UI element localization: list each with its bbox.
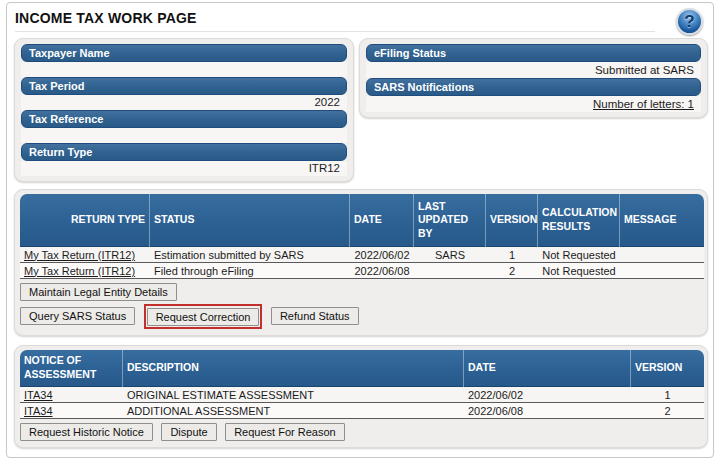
col-date: DATE xyxy=(350,194,414,247)
return-type-value: ITR12 xyxy=(21,161,347,176)
col-last-updated-by: LAST UPDATED BY xyxy=(414,194,486,247)
notice-date-cell: 2022/06/08 xyxy=(464,403,631,419)
my-tax-return-link[interactable]: My Tax Return (ITR12) xyxy=(24,249,135,261)
col-notice-date: DATE xyxy=(464,350,631,387)
maintain-legal-entity-details-button[interactable]: Maintain Legal Entity Details xyxy=(20,283,177,301)
tax-period-header: Tax Period xyxy=(21,77,347,95)
request-correction-button[interactable]: Request Correction xyxy=(147,308,260,326)
notices-table: NOTICE OF ASSESSMENT DESCRIPTION DATE VE… xyxy=(20,350,704,419)
message-cell xyxy=(620,263,704,279)
efiling-status-panel: eFiling Status Submitted at SARS SARS No… xyxy=(359,38,708,118)
table-row: ITA34 ORIGINAL ESTIMATE ASSESSMENT 2022/… xyxy=(20,387,704,403)
version-cell: 1 xyxy=(486,247,538,263)
taxpayer-info-panel: Taxpayer Name Tax Period 2022 Tax Refere… xyxy=(14,38,354,182)
table-row: ITA34 ADDITIONAL ASSESSMENT 2022/06/08 2 xyxy=(20,403,704,419)
table-row: My Tax Return (ITR12) Filed through eFil… xyxy=(20,263,704,279)
page-title: INCOME TAX WORK PAGE xyxy=(15,10,655,32)
col-version: VERSION xyxy=(486,194,538,247)
number-of-letters-link[interactable]: Number of letters: 1 xyxy=(593,98,694,110)
tax-reference-header: Tax Reference xyxy=(21,110,347,128)
dispute-button[interactable]: Dispute xyxy=(161,423,216,441)
help-icon[interactable]: ? xyxy=(676,8,703,35)
query-sars-status-button[interactable]: Query SARS Status xyxy=(20,307,135,325)
notice-date-cell: 2022/06/02 xyxy=(464,387,631,403)
description-cell: ORIGINAL ESTIMATE ASSESSMENT xyxy=(123,387,464,403)
calc-results-cell: Not Requested xyxy=(538,247,620,263)
last-updated-cell xyxy=(414,263,486,279)
taxpayer-name-header: Taxpayer Name xyxy=(21,44,347,62)
col-message: MESSAGE xyxy=(620,194,704,247)
date-cell: 2022/06/02 xyxy=(350,247,414,263)
col-description: DESCRIPTION xyxy=(123,350,464,387)
tax-reference-value xyxy=(21,128,347,143)
tax-period-value: 2022 xyxy=(21,95,347,110)
efiling-status-value: Submitted at SARS xyxy=(366,62,701,78)
returns-section: RETURN TYPE STATUS DATE LAST UPDATED BY … xyxy=(14,189,708,336)
my-tax-return-link[interactable]: My Tax Return (ITR12) xyxy=(24,265,135,277)
col-notice-of-assessment: NOTICE OF ASSESSMENT xyxy=(20,350,123,387)
refund-status-button[interactable]: Refund Status xyxy=(271,307,359,325)
col-return-type: RETURN TYPE xyxy=(20,194,150,247)
date-cell: 2022/06/08 xyxy=(350,263,414,279)
income-tax-work-page: INCOME TAX WORK PAGE ? Taxpayer Name Tax… xyxy=(6,2,714,458)
taxpayer-name-value xyxy=(21,62,347,77)
ita34-link[interactable]: ITA34 xyxy=(24,389,53,401)
version-cell: 2 xyxy=(486,263,538,279)
col-status: STATUS xyxy=(150,194,350,247)
status-cell: Filed through eFiling xyxy=(150,263,350,279)
table-row: My Tax Return (ITR12) Estimation submitt… xyxy=(20,247,704,263)
description-cell: ADDITIONAL ASSESSMENT xyxy=(123,403,464,419)
calc-results-cell: Not Requested xyxy=(538,263,620,279)
notice-version-cell: 1 xyxy=(631,387,704,403)
status-cell: Estimation submitted by SARS xyxy=(150,247,350,263)
col-notice-version: VERSION xyxy=(631,350,704,387)
message-cell xyxy=(620,247,704,263)
request-correction-highlight: Request Correction xyxy=(144,304,263,329)
request-for-reason-button[interactable]: Request For Reason xyxy=(225,423,345,441)
ita34-link[interactable]: ITA34 xyxy=(24,405,53,417)
notice-version-cell: 2 xyxy=(631,403,704,419)
notices-section: NOTICE OF ASSESSMENT DESCRIPTION DATE VE… xyxy=(14,345,708,448)
request-historic-notice-button[interactable]: Request Historic Notice xyxy=(20,423,153,441)
return-type-header: Return Type xyxy=(21,143,347,161)
efiling-status-header: eFiling Status xyxy=(366,44,701,62)
col-calculation-results: CALCULATION RESULTS xyxy=(538,194,620,247)
last-updated-cell: SARS xyxy=(414,247,486,263)
returns-table: RETURN TYPE STATUS DATE LAST UPDATED BY … xyxy=(20,194,704,279)
sars-notifications-header: SARS Notifications xyxy=(366,78,701,96)
